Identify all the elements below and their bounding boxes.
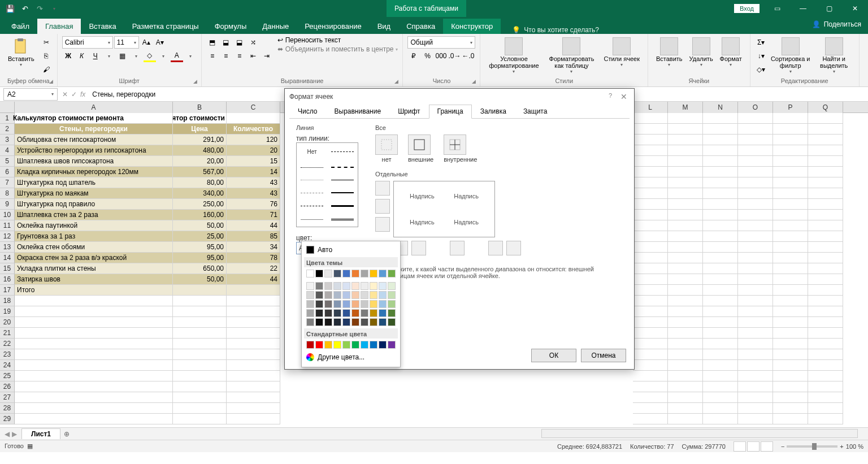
col-header-m[interactable]: M	[668, 102, 703, 113]
cell[interactable]: Количество	[227, 124, 280, 135]
color-swatch[interactable]	[388, 282, 396, 290]
cell[interactable]	[808, 124, 843, 135]
cell[interactable]: Штукатурка под правило	[15, 199, 173, 210]
cell[interactable]	[738, 145, 773, 156]
cell[interactable]	[773, 231, 808, 242]
cell[interactable]	[808, 403, 843, 414]
row-header[interactable]: 10	[0, 210, 15, 220]
cell[interactable]	[738, 328, 773, 339]
cell[interactable]	[773, 381, 808, 392]
cell[interactable]	[633, 274, 668, 285]
color-swatch[interactable]	[370, 341, 377, 349]
cell[interactable]	[773, 210, 808, 220]
align-center-icon[interactable]: ≡	[220, 50, 232, 62]
cell[interactable]	[668, 113, 703, 124]
cell[interactable]	[633, 317, 668, 328]
cell[interactable]: 78	[227, 253, 280, 263]
align-top-icon[interactable]: ⬒	[206, 36, 219, 49]
cell[interactable]	[773, 156, 808, 167]
cell[interactable]: 20	[227, 145, 280, 156]
cell[interactable]: Укладка плитки на стены	[15, 263, 173, 274]
cell[interactable]	[808, 188, 843, 199]
color-swatch[interactable]	[342, 270, 350, 277]
color-swatch[interactable]	[324, 318, 332, 326]
cell[interactable]	[808, 199, 843, 210]
cell[interactable]	[633, 285, 668, 296]
autosum-icon[interactable]: Σ▾	[755, 36, 767, 49]
format-as-table-button[interactable]: Форматировать как таблицу▾	[542, 36, 600, 75]
color-swatch[interactable]	[315, 291, 323, 299]
col-header-c[interactable]: C	[227, 102, 280, 113]
tab-formulas[interactable]: Формулы	[207, 19, 255, 34]
cell[interactable]	[227, 339, 280, 349]
cell[interactable]	[703, 392, 738, 403]
color-swatch[interactable]	[361, 300, 368, 308]
cell[interactable]	[808, 263, 843, 274]
cell[interactable]: Окраска стен за 2 раза в/э краской	[15, 253, 173, 263]
cell[interactable]	[738, 306, 773, 317]
cell[interactable]	[633, 156, 668, 167]
cell[interactable]	[227, 285, 280, 296]
row-header[interactable]: 25	[0, 371, 15, 381]
row-header[interactable]: 19	[0, 306, 15, 317]
cell[interactable]	[633, 328, 668, 339]
cell[interactable]	[703, 296, 738, 306]
row-header[interactable]: 4	[0, 145, 15, 156]
cell[interactable]: Штукатурка под шпатель	[15, 177, 173, 188]
cell[interactable]	[738, 414, 773, 424]
cell[interactable]	[808, 296, 843, 306]
delete-cells-button[interactable]: Удалить▾	[686, 36, 717, 68]
color-swatch[interactable]	[333, 270, 341, 277]
color-swatch[interactable]	[370, 318, 377, 326]
cell[interactable]	[633, 306, 668, 317]
color-swatch[interactable]	[361, 291, 368, 299]
color-swatch[interactable]	[361, 341, 368, 349]
cell[interactable]	[738, 231, 773, 242]
italic-button[interactable]: К	[76, 50, 88, 62]
cell[interactable]	[668, 231, 703, 242]
cell[interactable]	[15, 317, 173, 328]
border-left-button[interactable]	[411, 241, 426, 255]
line-style-opt[interactable]	[297, 174, 327, 187]
cell[interactable]	[633, 145, 668, 156]
dialog-tab-number[interactable]: Число	[289, 105, 326, 118]
color-swatch[interactable]	[351, 309, 359, 317]
tab-view[interactable]: Вид	[370, 19, 399, 34]
number-format-select[interactable]: Общий▾	[407, 36, 475, 49]
cell[interactable]	[738, 274, 773, 285]
cell[interactable]: 34	[227, 242, 280, 253]
cell[interactable]	[773, 113, 808, 124]
cell[interactable]	[633, 177, 668, 188]
cell[interactable]	[808, 414, 843, 424]
cell[interactable]: 71	[227, 210, 280, 220]
line-style-opt[interactable]	[327, 161, 358, 174]
color-swatch[interactable]	[388, 309, 396, 317]
cell[interactable]	[808, 145, 843, 156]
line-style-none[interactable]: Нет	[297, 143, 327, 161]
fill-icon[interactable]: ↓▾	[755, 50, 767, 62]
border-hmiddle-button[interactable]	[375, 199, 390, 214]
cell[interactable]: Калькулятор стоимости ремонта	[15, 113, 173, 124]
percent-icon[interactable]: %	[421, 50, 433, 62]
cell[interactable]	[773, 328, 808, 339]
cell[interactable]	[668, 339, 703, 349]
close-icon[interactable]: ✕	[842, 0, 868, 17]
tab-page-layout[interactable]: Разметка страницы	[124, 19, 207, 34]
insert-cells-button[interactable]: Вставить▾	[653, 36, 686, 68]
cell[interactable]	[808, 177, 843, 188]
horizontal-scrollbar[interactable]	[541, 429, 858, 438]
sheet-prev-icon[interactable]: ◀	[5, 430, 10, 438]
row-header[interactable]: 21	[0, 328, 15, 339]
tab-insert[interactable]: Вставка	[81, 19, 124, 34]
row-header[interactable]: 12	[0, 231, 15, 242]
row-header[interactable]: 17	[0, 285, 15, 296]
cell[interactable]	[15, 328, 173, 339]
font-size-select[interactable]: 11▾	[114, 36, 139, 49]
color-swatch[interactable]	[361, 318, 368, 326]
color-swatch[interactable]	[324, 309, 332, 317]
color-swatch[interactable]	[388, 341, 396, 349]
color-swatch[interactable]	[315, 341, 323, 349]
row-header[interactable]: 20	[0, 317, 15, 328]
cell[interactable]	[173, 317, 227, 328]
line-style-opt[interactable]	[297, 200, 327, 213]
